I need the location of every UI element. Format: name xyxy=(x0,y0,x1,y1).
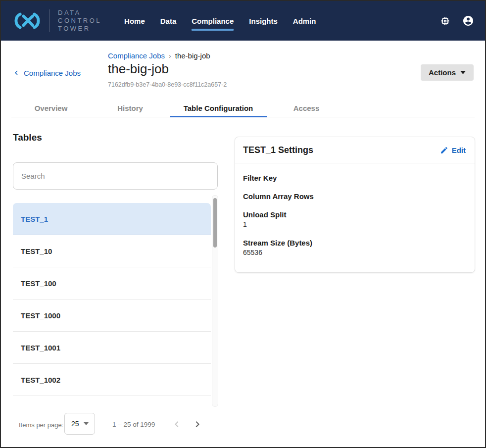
field-label: Stream Size (Bytes) xyxy=(243,238,467,248)
logo-line: DATA xyxy=(58,9,101,17)
nav-item-insights[interactable]: Insights xyxy=(249,17,278,25)
dct-logo-icon xyxy=(14,10,41,31)
edit-button[interactable]: Edit xyxy=(440,146,466,154)
nav-item-admin[interactable]: Admin xyxy=(293,17,316,25)
tables-heading: Tables xyxy=(13,132,42,143)
paginator: Items per page: 25 1 – 25 of 1999 xyxy=(1,407,485,446)
breadcrumb-current: the-big-job xyxy=(175,51,210,60)
settings-card-title: TEST_1 Settings xyxy=(243,145,313,155)
edit-button-label: Edit xyxy=(452,146,466,154)
scrollbar-thumb[interactable] xyxy=(213,198,217,248)
field-value: 65536 xyxy=(243,248,467,257)
page-title: the-big-job xyxy=(108,61,227,77)
tab-bar: Overview History Table Configuration Acc… xyxy=(11,99,475,117)
tables-list-scrollbar[interactable] xyxy=(212,195,218,407)
next-page-button[interactable] xyxy=(191,417,204,431)
field-label: Column Array Rows xyxy=(243,192,467,201)
previous-page-button[interactable] xyxy=(170,417,184,431)
logo-line: CONTROL xyxy=(58,17,101,25)
tab-table-configuration[interactable]: Table Configuration xyxy=(170,99,267,117)
nav-item-data[interactable]: Data xyxy=(160,17,177,25)
page-size-select[interactable]: 25 xyxy=(64,413,95,435)
caret-down-icon xyxy=(84,422,89,425)
chevron-left-icon xyxy=(171,418,183,430)
account-icon[interactable] xyxy=(461,14,475,28)
tables-list: TEST_1 TEST_10 TEST_100 TEST_1000 TEST_1… xyxy=(13,195,211,407)
back-link-label: Compliance Jobs xyxy=(24,69,81,77)
breadcrumb-parent-link[interactable]: Compliance Jobs xyxy=(108,51,165,60)
page-header: Compliance Jobs Compliance Jobs › the-bi… xyxy=(1,41,485,99)
chevron-right-icon xyxy=(192,418,203,430)
settings-field: Stream Size (Bytes) 65536 xyxy=(243,238,467,257)
chevron-left-icon xyxy=(12,68,21,77)
tab-overview[interactable]: Overview xyxy=(11,99,91,117)
caret-down-icon xyxy=(460,71,466,74)
list-item[interactable]: TEST_1 xyxy=(13,203,211,235)
main-content: Tables TEST_1 TEST_10 TEST_100 TEST_1000… xyxy=(1,117,485,407)
actions-button[interactable]: Actions xyxy=(421,64,474,81)
list-item[interactable]: TEST_100 xyxy=(13,267,211,299)
tab-history[interactable]: History xyxy=(91,99,170,117)
page-size-value: 25 xyxy=(71,420,79,428)
app-window: DATA CONTROL TOWER Home Data Compliance … xyxy=(0,0,486,448)
job-uuid: 7162dfb9-b3e7-4ba0-8e93-cc8f11c2a657-2 xyxy=(108,81,227,88)
page-range-label: 1 – 25 of 1999 xyxy=(112,421,155,428)
navbar-right xyxy=(439,14,477,28)
pencil-icon xyxy=(440,146,448,154)
main-nav: Home Data Compliance Insights Admin xyxy=(124,1,316,41)
settings-field: Column Array Rows xyxy=(243,192,467,201)
nav-item-compliance[interactable]: Compliance xyxy=(192,17,234,25)
settings-card-body: Filter Key Column Array Rows Unload Spli… xyxy=(235,163,475,269)
actions-button-label: Actions xyxy=(429,68,456,77)
breadcrumb-separator: › xyxy=(169,52,171,60)
settings-card: TEST_1 Settings Edit Filter Key Column A… xyxy=(235,137,475,273)
list-item[interactable]: TEST_10 xyxy=(13,235,211,267)
breadcrumb: Compliance Jobs › the-big-job xyxy=(108,51,227,60)
tab-access[interactable]: Access xyxy=(267,99,346,117)
logo-line: TOWER xyxy=(58,25,101,33)
items-per-page-label: Items per page: xyxy=(19,421,63,429)
list-item-partial[interactable] xyxy=(13,396,211,407)
top-navbar: DATA CONTROL TOWER Home Data Compliance … xyxy=(1,1,485,41)
field-label: Filter Key xyxy=(243,173,467,183)
list-item[interactable]: TEST_1001 xyxy=(13,332,211,364)
chip-icon[interactable] xyxy=(439,15,451,27)
field-label: Unload Split xyxy=(243,210,467,219)
logo-divider xyxy=(49,9,50,32)
dct-logo[interactable]: DATA CONTROL TOWER xyxy=(14,9,101,33)
search-input[interactable] xyxy=(13,162,218,190)
settings-card-header: TEST_1 Settings Edit xyxy=(235,137,475,163)
settings-field: Filter Key xyxy=(243,173,467,183)
back-link[interactable]: Compliance Jobs xyxy=(12,68,81,77)
list-item[interactable]: TEST_1002 xyxy=(13,364,211,396)
nav-item-home[interactable]: Home xyxy=(124,17,145,25)
field-value: 1 xyxy=(243,219,467,229)
settings-field: Unload Split 1 xyxy=(243,210,467,229)
list-item[interactable]: TEST_1000 xyxy=(13,299,211,332)
logo-wordmark: DATA CONTROL TOWER xyxy=(58,9,101,33)
title-block: Compliance Jobs › the-big-job the-big-jo… xyxy=(108,51,227,88)
